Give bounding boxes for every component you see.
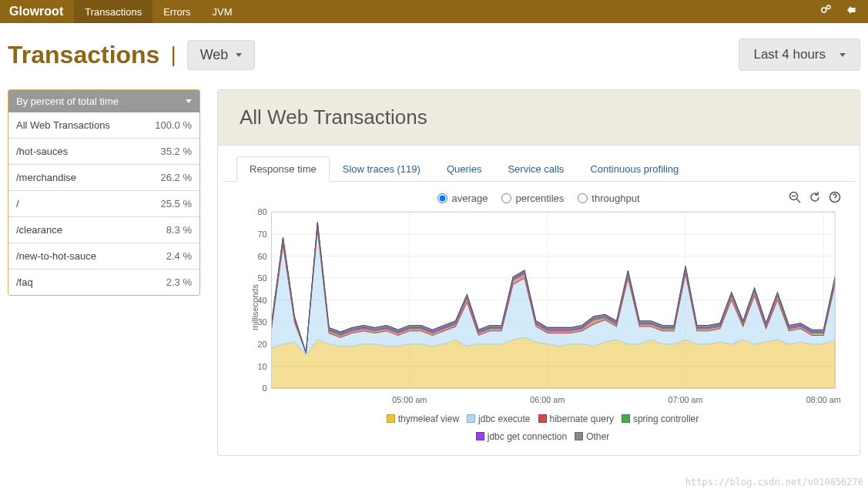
main-panel: All Web Transactions Response timeSlow t… — [217, 89, 860, 456]
svg-text:06:00 am: 06:00 am — [530, 394, 565, 404]
sidebar-row[interactable]: All Web Transactions100.0 % — [8, 112, 199, 138]
tabs: Response timeSlow traces (119)QueriesSer… — [223, 156, 855, 182]
panel-body: Response timeSlow traces (119)QueriesSer… — [218, 146, 860, 455]
caret-down-icon — [236, 53, 242, 57]
legend-swatch — [538, 414, 547, 423]
nav-item-jvm[interactable]: JVM — [202, 0, 243, 23]
chart-area[interactable]: milliseconds 0102030405060708005:00 am06… — [250, 207, 841, 407]
legend-swatch — [622, 414, 630, 423]
chart-legend: thymeleaf viewjdbc executehibernate quer… — [223, 407, 855, 450]
brand[interactable]: Glowroot — [9, 5, 63, 18]
panel-title: All Web Transactions — [240, 106, 838, 129]
time-range-picker[interactable]: Last 4 hours — [739, 39, 860, 71]
radio-throughput[interactable]: throughput — [578, 193, 639, 204]
legend-swatch — [476, 432, 484, 440]
radio-input-percentiles[interactable] — [501, 193, 511, 203]
radio-percentiles[interactable]: percentiles — [501, 193, 564, 204]
transaction-pct: 8.3 % — [166, 224, 192, 236]
transaction-type-label: Web — [200, 47, 229, 63]
y-axis-label: milliseconds — [250, 284, 260, 330]
svg-text:10: 10 — [258, 361, 267, 370]
refresh-icon[interactable] — [809, 191, 821, 206]
radio-average[interactable]: average — [437, 193, 488, 204]
legend-label[interactable]: thymeleaf view — [398, 414, 459, 424]
navbar: Glowroot TransactionsErrorsJVM — [0, 0, 868, 23]
page-header: Transactions | Web Last 4 hours — [8, 39, 860, 71]
svg-text:80: 80 — [258, 207, 267, 216]
svg-text:60: 60 — [258, 251, 267, 260]
nav-item-errors[interactable]: Errors — [152, 0, 201, 23]
navbar-right — [819, 5, 859, 18]
svg-text:05:00 am: 05:00 am — [392, 394, 427, 404]
transaction-name: /new-to-hot-sauce — [16, 250, 96, 262]
transaction-pct: 26.2 % — [161, 172, 192, 183]
svg-text:0: 0 — [263, 383, 267, 393]
sidebar-row[interactable]: /25.5 % — [8, 190, 199, 216]
svg-text:07:00 am: 07:00 am — [668, 394, 702, 404]
chart-tools — [789, 191, 841, 206]
legend-swatch — [467, 414, 475, 423]
sidebar-sort-dropdown[interactable]: By percent of total time — [8, 90, 199, 112]
page-title: Transactions — [8, 41, 159, 69]
transaction-name: /clearance — [16, 224, 62, 236]
chart-mode-radios: averagepercentilesthroughput — [223, 188, 855, 204]
legend-label[interactable]: hibernate query — [550, 414, 614, 424]
legend-swatch — [575, 432, 583, 440]
svg-line-1 — [797, 199, 801, 203]
tab-queries[interactable]: Queries — [434, 156, 495, 182]
legend-label[interactable]: Other — [586, 431, 609, 442]
svg-text:50: 50 — [258, 273, 267, 283]
transaction-sidebar: By percent of total time All Web Transac… — [8, 89, 200, 296]
legend-swatch — [387, 414, 395, 423]
sidebar-row[interactable]: /clearance8.3 % — [8, 216, 199, 243]
legend-label[interactable]: jdbc get connection — [488, 431, 567, 442]
nav-links: TransactionsErrorsJVM — [74, 0, 243, 23]
tab-continuous-profiling[interactable]: Continuous profiling — [577, 156, 692, 182]
sidebar-row[interactable]: /faq2.3 % — [8, 269, 199, 295]
nav-item-transactions[interactable]: Transactions — [74, 0, 152, 23]
svg-text:70: 70 — [258, 229, 267, 239]
transaction-name: / — [16, 198, 19, 209]
sidebar-row[interactable]: /merchandise26.2 % — [8, 164, 199, 190]
transaction-pct: 25.5 % — [161, 198, 192, 209]
transaction-pct: 35.2 % — [161, 146, 192, 157]
tab-response-time[interactable]: Response time — [236, 156, 330, 182]
transaction-name: All Web Transactions — [16, 119, 110, 131]
tab-slow-traces-119-[interactable]: Slow traces (119) — [330, 156, 434, 182]
response-time-chart[interactable]: 0102030405060708005:00 am06:00 am07:00 a… — [250, 207, 841, 407]
container: Transactions | Web Last 4 hours By perce… — [0, 23, 868, 461]
transaction-pct: 2.3 % — [166, 276, 192, 288]
svg-text:20: 20 — [258, 340, 267, 349]
legend-label[interactable]: spring controller — [633, 414, 699, 424]
svg-point-4 — [834, 199, 835, 200]
transaction-name: /hot-sauces — [16, 146, 68, 157]
transaction-name: /merchandise — [16, 172, 76, 183]
title-divider: | — [170, 42, 176, 67]
caret-down-icon — [840, 53, 846, 57]
svg-text:08:00 am: 08:00 am — [806, 394, 841, 404]
transaction-name: /faq — [16, 276, 33, 288]
sidebar-sort-label: By percent of total time — [16, 95, 119, 107]
radio-input-average[interactable] — [437, 193, 447, 203]
transaction-type-dropdown[interactable]: Web — [187, 40, 256, 70]
transaction-pct: 100.0 % — [155, 119, 192, 131]
tab-service-calls[interactable]: Service calls — [494, 156, 577, 182]
sign-in-icon[interactable] — [845, 5, 859, 18]
sidebar-row[interactable]: /new-to-hot-sauce2.4 % — [8, 243, 199, 269]
legend-label[interactable]: jdbc execute — [478, 414, 530, 424]
help-icon[interactable] — [829, 191, 841, 206]
transaction-pct: 2.4 % — [166, 250, 192, 262]
caret-down-icon — [186, 99, 192, 103]
radio-input-throughput[interactable] — [578, 193, 588, 203]
layout: By percent of total time All Web Transac… — [8, 89, 860, 456]
zoom-out-icon[interactable] — [789, 191, 801, 206]
time-range-label: Last 4 hours — [753, 47, 826, 62]
gears-icon[interactable] — [819, 5, 833, 18]
sidebar-row[interactable]: /hot-sauces35.2 % — [8, 138, 199, 164]
panel-header: All Web Transactions — [218, 90, 860, 146]
